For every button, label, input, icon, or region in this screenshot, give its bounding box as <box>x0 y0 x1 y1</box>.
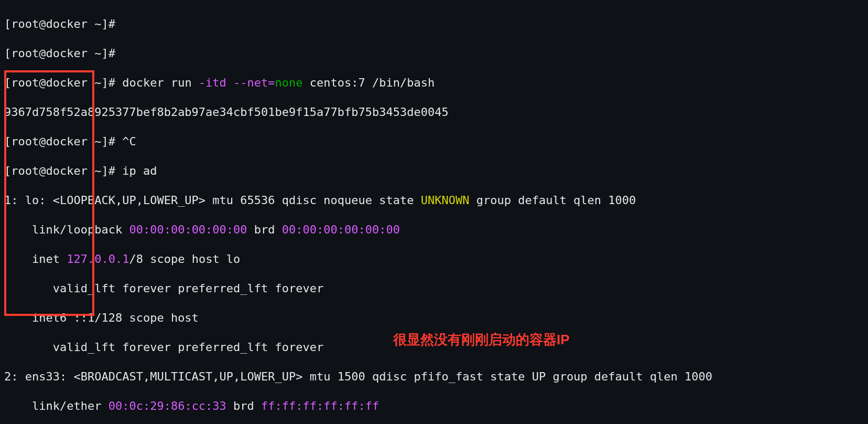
iface-lo-link: link/loopback 00:00:00:00:00:00 brd 00:0… <box>4 223 400 236</box>
valid-lft: valid_lft forever preferred_lft forever <box>4 341 323 354</box>
iface-lo-header: 1: lo: <LOOPBACK,UP,LOWER_UP> mtu 65536 … <box>4 194 636 207</box>
prompt-line: [root@docker ~]# <box>4 17 115 30</box>
terminal[interactable]: [root@docker ~]# [root@docker ~]# [root@… <box>0 0 868 424</box>
container-id: 9367d758f52a8925377bef8b2ab97ae34cbf501b… <box>4 105 449 119</box>
cmd-line: [root@docker ~]# ip ad <box>4 164 157 177</box>
iface-lo-inet6: inet6 ::1/128 scope host <box>4 311 205 324</box>
iface-lo-inet: inet 127.0.0.1/8 scope host lo <box>4 252 240 266</box>
iface-ens-header: 2: ens33: <BROADCAST,MULTICAST,UP,LOWER_… <box>4 370 712 383</box>
annotation-label: 很显然没有刚刚启动的容器IP <box>393 331 570 349</box>
cmd-line: [root@docker ~]# docker run -itd --net=n… <box>4 76 435 89</box>
prompt-line: [root@docker ~]# ^C <box>4 135 136 148</box>
valid-lft: valid_lft forever preferred_lft forever <box>4 282 323 295</box>
prompt-line: [root@docker ~]# <box>4 47 115 60</box>
iface-ens-link: link/ether 00:0c:29:86:cc:33 brd ff:ff:f… <box>4 399 379 412</box>
